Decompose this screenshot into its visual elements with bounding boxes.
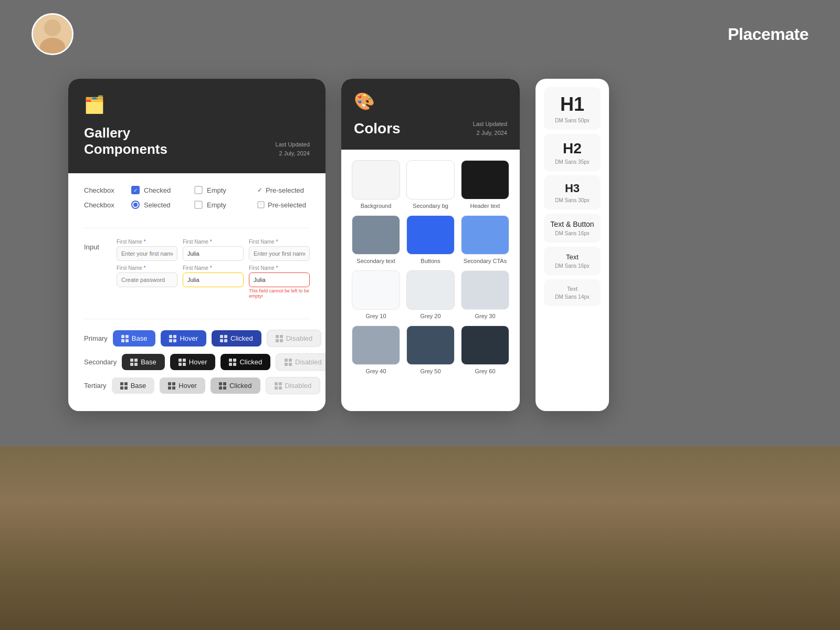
cb-preselected-label-2: Pre-selected — [268, 201, 306, 209]
secondary-base-button[interactable]: Base — [122, 354, 165, 370]
swatch-label-grey-10: Grey 10 — [352, 313, 400, 319]
cb-checked-box — [131, 186, 140, 194]
swatch-box-grey-10 — [352, 270, 400, 310]
checkbox-empty-2[interactable]: Empty — [194, 201, 247, 209]
btn-icon — [169, 335, 176, 342]
background-bottom — [0, 446, 840, 630]
gallery-meta: Last Updated 2 July, 2024 — [276, 140, 310, 158]
typo-text-button-preview: Text & Button — [550, 220, 594, 228]
input-box-3[interactable] — [249, 246, 310, 261]
typo-h2: H2 DM Sans 35px — [544, 134, 601, 171]
input-section-label: Input — [84, 239, 110, 251]
tertiary-disabled-button: Disabled — [266, 377, 321, 394]
input-section: Input First Name * First Name * — [68, 228, 326, 319]
avatar-image — [32, 13, 74, 55]
swatch-grey-30: Grey 30 — [461, 270, 509, 319]
header: Placemate — [0, 0, 840, 68]
cb-empty-label-1: Empty — [207, 186, 226, 194]
swatch-box-secondary-bg — [406, 160, 455, 200]
input-password: First Name * — [117, 265, 177, 299]
typo-h1: H1 DM Sans 50px — [544, 87, 601, 130]
swatch-box-grey-40 — [352, 326, 400, 365]
checkmark-icon: ✓ — [257, 186, 262, 194]
swatch-grey-20: Grey 20 — [406, 270, 455, 319]
colors-title: Colors — [354, 120, 401, 137]
svg-point-1 — [40, 38, 65, 55]
input-firstname-2: First Name * — [183, 239, 244, 261]
input-box-1[interactable] — [117, 246, 177, 261]
btn-icon — [276, 335, 283, 342]
btn-icon — [229, 359, 236, 366]
swatch-label-grey-30: Grey 30 — [461, 313, 509, 319]
input-box-password[interactable] — [117, 272, 177, 287]
error-message: This field cannot be left to be empty! — [249, 288, 310, 299]
tertiary-clicked-button[interactable]: Clicked — [211, 377, 260, 394]
swatch-box-grey-30 — [461, 270, 509, 310]
swatch-secondary-ctas: Secondary CTAs — [461, 215, 509, 264]
tertiary-hover-button[interactable]: Hover — [160, 377, 205, 394]
swatch-label-secondary-bg: Secondary bg — [406, 203, 455, 209]
typo-text-14-preview: Text — [550, 286, 594, 292]
logo-text: Placemate — [728, 25, 808, 44]
checkbox-preselected-2[interactable]: Pre-selected — [257, 201, 310, 209]
typo-h3-meta: DM Sans 30px — [550, 197, 594, 203]
primary-label: Primary — [84, 334, 108, 342]
colors-card: 🎨 Colors Last Updated 2 July, 2024 Backg… — [341, 79, 520, 411]
primary-hover-button[interactable]: Hover — [161, 330, 206, 346]
checkbox-selected[interactable]: Selected — [131, 201, 184, 209]
typography-content: H1 DM Sans 50px H2 DM Sans 35px H3 DM Sa… — [536, 79, 609, 319]
cb-radio-box — [131, 201, 140, 209]
swatch-grey-10: Grey 10 — [352, 270, 400, 319]
typo-text-14: Text DM Sans 14px — [544, 279, 601, 306]
cb-checked-label: Checked — [144, 186, 171, 194]
swatch-box-secondary-ctas — [461, 215, 509, 255]
checkbox-row-2: Checkbox Selected Empty Pre-selected — [84, 201, 310, 209]
typo-text-16: Text DM Sans 16px — [544, 247, 601, 275]
btn-icon — [120, 382, 128, 390]
checkbox-preselected-1[interactable]: ✓ Pre-selected — [257, 186, 310, 194]
gallery-title: Gallery Components — [84, 125, 167, 158]
input-box-2[interactable] — [183, 246, 244, 261]
primary-base-button[interactable]: Base — [113, 330, 156, 346]
gallery-card-header: 🗂️ Gallery Components Last Updated 2 Jul… — [68, 79, 326, 173]
cb-empty-box-1 — [194, 186, 203, 194]
btn-icon — [285, 359, 292, 366]
typo-h1-meta: DM Sans 50px — [550, 118, 594, 123]
input-box-6[interactable] — [249, 272, 310, 287]
tertiary-base-button[interactable]: Base — [112, 377, 155, 394]
avatar — [32, 13, 74, 55]
input-firstname-5: First Name * — [183, 265, 244, 299]
input-row-1: First Name * First Name * First Name * — [117, 239, 310, 261]
input-box-5[interactable] — [183, 272, 244, 287]
typo-text-button-meta: DM Sans 16px — [550, 230, 594, 236]
btn-icon — [178, 359, 186, 366]
cb-empty-label-2: Empty — [207, 201, 226, 209]
typo-h3-preview: H3 — [550, 182, 594, 195]
colors-icon: 🎨 — [354, 91, 507, 111]
checkbox-checked[interactable]: Checked — [131, 186, 184, 194]
swatch-buttons: Buttons — [406, 215, 455, 264]
secondary-clicked-button[interactable]: Clicked — [220, 354, 270, 370]
input-fields: First Name * First Name * First Name * — [117, 239, 310, 303]
swatch-label-grey-60: Grey 60 — [461, 368, 509, 374]
swatch-grey-40: Grey 40 — [352, 326, 400, 374]
swatch-secondary-bg: Secondary bg — [406, 160, 455, 209]
cb-dash-box — [257, 201, 265, 208]
swatch-secondary-text: Secondary text — [352, 215, 400, 264]
swatch-box-header-text — [461, 160, 509, 200]
btn-icon — [168, 382, 175, 390]
typo-text-16-preview: Text — [550, 253, 594, 261]
checkbox-empty-1[interactable]: Empty — [194, 186, 247, 194]
secondary-disabled-button: Disabled — [276, 353, 326, 371]
btn-icon — [219, 382, 226, 390]
cb-preselected-label-1: Pre-selected — [266, 186, 304, 194]
swatch-label-secondary-ctas: Secondary CTAs — [461, 258, 509, 264]
input-firstname-3: First Name * — [249, 239, 310, 261]
swatch-label-grey-40: Grey 40 — [352, 368, 400, 374]
typo-text-button: Text & Button DM Sans 16px — [544, 214, 601, 243]
swatch-grey-50: Grey 50 — [406, 326, 455, 374]
primary-clicked-button[interactable]: Clicked — [212, 330, 261, 346]
button-row-tertiary: Tertiary Base Hover Clicked Disabled — [84, 377, 310, 394]
svg-point-2 — [44, 19, 61, 36]
secondary-hover-button[interactable]: Hover — [170, 354, 216, 370]
